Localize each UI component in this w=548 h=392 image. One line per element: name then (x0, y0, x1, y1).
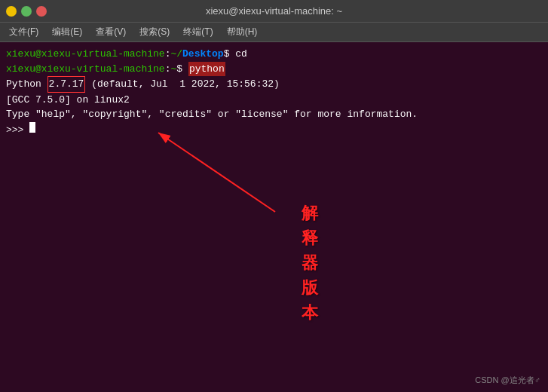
terminal-cursor (29, 122, 35, 133)
menu-edit[interactable]: 编辑(E) (46, 24, 88, 40)
terminal-line-5: Type "help", "copyright", "credits" or "… (6, 107, 542, 122)
terminal-line-2: xiexu@xiexu-virtual-machine:~$ python (6, 62, 542, 77)
terminal-line-6: >>> (6, 122, 542, 138)
prompt-desktop-1: Desktop (182, 47, 224, 62)
prompt-user-2: xiexu@xiexu-virtual-machine (6, 62, 165, 77)
window-title: xiexu@xiexu-virtual-machine: ~ (51, 5, 497, 17)
annotation-label: 解释器版本 (302, 201, 318, 325)
python-info-post: (default, Jul 1 2022, 15:56:32) (85, 77, 279, 92)
cmd-cd: cd (229, 47, 246, 62)
prompt-path-2: ~ (170, 62, 176, 77)
gcc-info: [GCC 7.5.0] on linux2 (6, 93, 130, 108)
menu-search[interactable]: 搜索(S) (133, 24, 176, 40)
terminal-line-4: [GCC 7.5.0] on linux2 (6, 93, 542, 108)
menu-view[interactable]: 查看(V) (90, 24, 132, 40)
python-version-box: 2.7.17 (47, 76, 86, 93)
python-info-pre: Python (6, 77, 47, 92)
terminal-area[interactable]: xiexu@xiexu-virtual-machine:~/Desktop$ c… (0, 42, 548, 392)
menu-terminal[interactable]: 终端(T) (177, 24, 219, 40)
menu-help[interactable]: 帮助(H) (221, 24, 264, 40)
watermark: CSDN @追光者♂ (475, 374, 540, 387)
minimize-button[interactable] (6, 6, 17, 17)
terminal-line-3: Python 2.7.17 (default, Jul 1 2022, 15:5… (6, 76, 542, 93)
menu-file[interactable]: 文件(F) (3, 24, 44, 40)
close-button[interactable] (36, 6, 47, 17)
maximize-button[interactable] (21, 6, 32, 17)
prompt-path-1: ~/ (170, 47, 182, 62)
help-info: Type "help", "copyright", "credits" or "… (6, 107, 418, 122)
python-prompt: >>> (6, 123, 29, 138)
window-controls[interactable] (6, 6, 51, 17)
titlebar: xiexu@xiexu-virtual-machine: ~ (0, 0, 548, 23)
svg-line-1 (158, 133, 275, 212)
prompt-user-1: xiexu@xiexu-virtual-machine (6, 47, 165, 62)
cmd-python-highlight: python (188, 62, 225, 77)
terminal-line-1: xiexu@xiexu-virtual-machine:~/Desktop$ c… (6, 47, 542, 62)
menubar: 文件(F) 编辑(E) 查看(V) 搜索(S) 终端(T) 帮助(H) (0, 23, 548, 42)
